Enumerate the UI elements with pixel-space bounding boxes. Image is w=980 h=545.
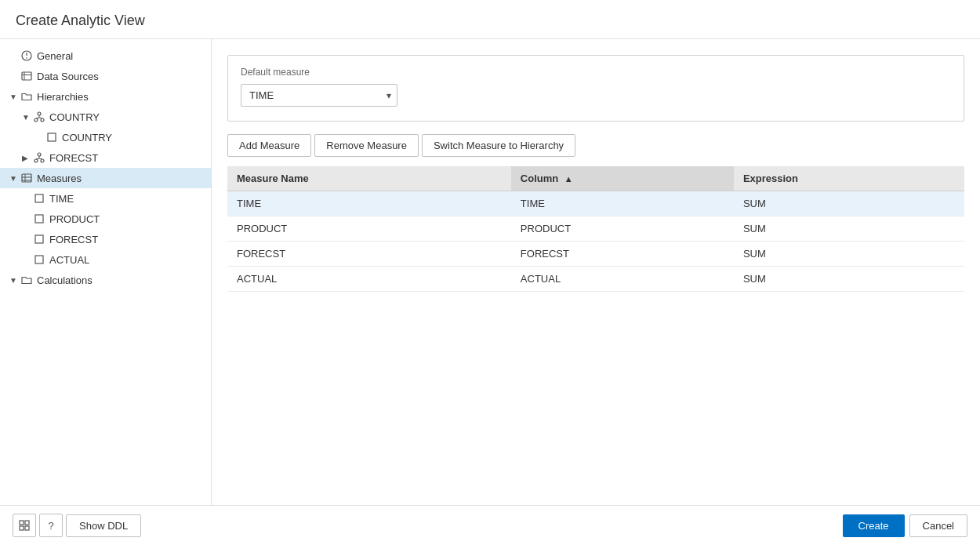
svg-line-18 [39,158,42,159]
svg-rect-28 [25,521,29,525]
footer: ? Show DDL Create Cancel [0,505,980,545]
sidebar-item-label: FORECST [49,152,98,164]
footer-left: ? Show DDL [13,514,141,537]
sidebar-item-label: ACTUAL [49,254,89,266]
folder-icon [20,274,33,286]
svg-rect-23 [35,194,43,202]
svg-point-13 [38,153,41,156]
sidebar-item-label: General [37,50,73,62]
svg-rect-29 [20,526,24,530]
arrow-icon: ▶ [22,154,31,162]
svg-rect-27 [20,521,24,525]
table-row[interactable]: TIMETIMESUM [227,191,964,216]
svg-point-2 [26,57,27,59]
sidebar-item-calculations[interactable]: ▼Calculations [0,270,211,290]
arrow-icon: ▼ [22,113,31,122]
measures-icon [20,172,33,184]
sidebar-item-country-leaf[interactable]: COUNTRY [0,127,211,147]
cell-expression: SUM [734,191,964,216]
default-measure-select[interactable]: TIME PRODUCT FORECST ACTUAL [241,84,397,107]
sidebar-item-forecst-m[interactable]: FORECST [0,229,211,249]
svg-point-15 [41,159,44,162]
question-mark-icon: ? [48,520,53,532]
table-row[interactable]: PRODUCTPRODUCTSUM [227,216,964,242]
general-icon [20,49,33,62]
sidebar-item-hierarchies[interactable]: ▼Hierarchies [0,86,211,107]
cell-expression: SUM [734,216,964,242]
default-measure-box: Default measure TIME PRODUCT FORECST ACT… [227,55,964,122]
measure-item-icon [33,213,45,225]
measure-item-icon [33,253,45,266]
switch-measure-button[interactable]: Switch Measure to Hierarchy [422,134,575,157]
col-column[interactable]: Column ▲ [511,166,734,191]
add-measure-button[interactable]: Add Measure [227,134,311,157]
page-title: Create Analytic View [0,0,980,39]
table-row[interactable]: FORECSTFORECSTSUM [227,242,964,267]
svg-rect-26 [35,256,43,263]
footer-right: Create Cancel [843,514,968,537]
sidebar-item-general[interactable]: General [0,45,211,66]
cell-column: PRODUCT [511,216,734,242]
cell-expression: SUM [734,267,964,292]
arrow-icon: ▼ [9,93,19,101]
svg-point-8 [41,118,44,122]
sidebar: GeneralData Sources▼Hierarchies▼COUNTRYC… [0,39,212,505]
grid-icon [19,520,30,531]
hierarchy-group-icon [33,111,45,123]
table-row[interactable]: ACTUALACTUALSUM [227,267,964,292]
measures-table: Measure Name Column ▲ Expression TIMETIM… [227,166,964,292]
cancel-button[interactable]: Cancel [909,514,967,537]
sidebar-item-label: COUNTRY [49,111,100,123]
leaf-icon [45,131,58,144]
table-header-row: Measure Name Column ▲ Expression [227,166,964,191]
svg-line-17 [36,158,39,159]
sidebar-item-label: Data Sources [37,71,99,82]
grid-icon-button[interactable] [13,514,36,537]
svg-rect-24 [35,215,43,223]
cell-column: ACTUAL [511,267,734,292]
folder-icon [20,90,33,103]
remove-measure-button[interactable]: Remove Measure [314,134,419,157]
svg-line-11 [39,118,42,118]
sort-ascending-icon: ▲ [564,174,573,183]
help-icon-button[interactable]: ? [39,514,63,537]
default-measure-select-wrapper: TIME PRODUCT FORECST ACTUAL ▾ [241,84,397,107]
svg-rect-12 [48,133,56,141]
sidebar-item-label: Measures [37,173,82,184]
sidebar-item-data-sources[interactable]: Data Sources [0,66,211,86]
arrow-icon: ▼ [9,276,19,285]
cell-measure-name: FORECST [227,242,511,267]
sidebar-item-label: COUNTRY [62,132,112,144]
svg-rect-25 [35,235,43,243]
measure-item-icon [33,192,45,205]
cell-column: FORECST [511,242,734,267]
cell-expression: SUM [734,242,964,267]
hierarchy-group-icon [33,151,45,164]
cell-column: TIME [511,191,734,216]
default-measure-label: Default measure [241,67,951,78]
col-expression[interactable]: Expression [734,166,964,191]
content-area: Default measure TIME PRODUCT FORECST ACT… [212,39,980,505]
arrow-icon: ▼ [9,174,19,183]
sidebar-item-label: Calculations [37,274,93,286]
sidebar-item-forecst-group[interactable]: ▶FORECST [0,147,211,168]
svg-point-6 [38,112,41,115]
sidebar-item-actual[interactable]: ACTUAL [0,249,211,270]
sidebar-item-label: PRODUCT [49,213,100,225]
toolbar: Add Measure Remove Measure Switch Measur… [227,134,964,157]
sidebar-item-product[interactable]: PRODUCT [0,209,211,229]
measure-item-icon [33,233,45,245]
datasource-icon [20,70,33,82]
svg-rect-3 [22,72,31,80]
sidebar-item-label: FORECST [49,234,98,245]
svg-point-7 [34,118,38,122]
col-measure-name[interactable]: Measure Name [227,166,511,191]
sidebar-item-time[interactable]: TIME [0,188,211,209]
cell-measure-name: PRODUCT [227,216,511,242]
create-button[interactable]: Create [843,514,905,537]
sidebar-item-measures[interactable]: ▼Measures [0,168,211,188]
sidebar-item-country-group[interactable]: ▼COUNTRY [0,107,211,127]
svg-rect-30 [25,526,29,530]
cell-measure-name: ACTUAL [227,267,511,292]
show-ddl-button[interactable]: Show DDL [66,514,141,537]
